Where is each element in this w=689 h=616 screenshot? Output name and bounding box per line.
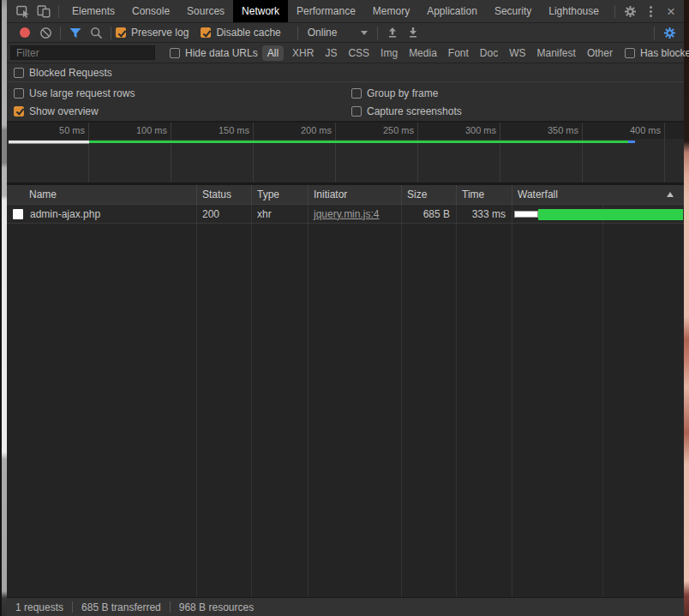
- inspect-element-button[interactable]: [13, 1, 33, 21]
- column-header-name[interactable]: Name: [7, 185, 196, 204]
- tab-memory[interactable]: Memory: [364, 0, 418, 22]
- tick-label: 150 ms: [191, 125, 249, 135]
- filter-input[interactable]: [10, 45, 155, 60]
- column-header-status[interactable]: Status: [196, 185, 251, 204]
- type-filter-img[interactable]: Img: [380, 47, 398, 59]
- type-filter-doc[interactable]: Doc: [480, 47, 498, 59]
- type-filter-manifest[interactable]: Manifest: [537, 47, 576, 59]
- group-by-frame-toggle[interactable]: Group by frame: [351, 87, 438, 99]
- export-har-button[interactable]: [403, 22, 423, 43]
- preserve-log-label: Preserve log: [131, 27, 189, 39]
- blocked-requests-toggle[interactable]: Blocked Requests: [14, 67, 112, 79]
- column-separator[interactable]: [456, 185, 457, 597]
- request-name: admin-ajax.php: [30, 208, 100, 220]
- tab-lighthouse[interactable]: Lighthouse: [540, 0, 608, 22]
- has-blocked-cookies-checkbox: [625, 48, 635, 58]
- tab-performance[interactable]: Performance: [288, 0, 364, 22]
- table-empty-area: [7, 224, 684, 597]
- hide-data-urls-checkbox: [170, 48, 180, 58]
- gridline: [664, 123, 665, 182]
- type-filter-js[interactable]: JS: [325, 47, 337, 59]
- tab-security[interactable]: Security: [486, 0, 540, 22]
- column-separator[interactable]: [251, 185, 252, 597]
- sort-ascending-icon: [667, 192, 674, 197]
- column-header-waterfall[interactable]: Waterfall: [512, 185, 684, 204]
- preserve-log-checkbox: [116, 27, 126, 38]
- column-header-type[interactable]: Type: [251, 185, 308, 204]
- file-icon: [13, 209, 23, 219]
- column-separator[interactable]: [401, 185, 402, 597]
- requests-count: 1 requests: [15, 601, 63, 613]
- toggle-device-toolbar-button[interactable]: [33, 1, 54, 21]
- gridline: [417, 123, 418, 182]
- overview-load-marker: [628, 141, 635, 143]
- throttling-select[interactable]: Online: [308, 27, 368, 39]
- filter-funnel-icon: [69, 27, 81, 39]
- column-separator[interactable]: [308, 185, 309, 597]
- page-scrollbar-strip[interactable]: [0, 0, 7, 616]
- options-row-1: Use large request rows Group by frame: [7, 84, 684, 102]
- column-header-initiator[interactable]: Initiator: [308, 185, 401, 204]
- requests-table: Name Status Type Initiator Size Time Wat…: [7, 185, 684, 597]
- divider: [170, 601, 171, 613]
- network-filterbar: Hide data URLs All XHR JS CSS Img Media …: [7, 43, 684, 63]
- hide-data-urls-toggle[interactable]: Hide data URLs: [170, 47, 258, 59]
- type-filter-xhr[interactable]: XHR: [292, 47, 314, 59]
- clear-network-log-button[interactable]: [35, 22, 56, 43]
- capture-screenshots-toggle[interactable]: Capture screenshots: [351, 105, 462, 117]
- overview-download-bar: [89, 141, 628, 143]
- type-filter-ws[interactable]: WS: [509, 47, 525, 59]
- request-time-cell: 333 ms: [456, 208, 512, 220]
- type-filter-css[interactable]: CSS: [348, 47, 369, 59]
- gridline: [500, 123, 500, 182]
- search-button[interactable]: [86, 22, 106, 43]
- column-separator[interactable]: [512, 185, 512, 597]
- preserve-log-toggle[interactable]: Preserve log: [116, 27, 189, 39]
- capture-screenshots-checkbox: [351, 106, 362, 117]
- tick-label: 350 ms: [520, 125, 578, 135]
- devtools-settings-button[interactable]: [620, 1, 640, 21]
- request-type-filters: All XHR JS CSS Img Media Font Doc WS Man…: [265, 45, 613, 61]
- tab-sources[interactable]: Sources: [178, 0, 233, 22]
- close-icon: ×: [667, 4, 675, 19]
- show-overview-toggle[interactable]: Show overview: [14, 105, 99, 117]
- network-statusbar: 1 requests 685 B transferred 968 B resou…: [7, 597, 684, 616]
- request-row[interactable]: admin-ajax.php 200 xhr jquery.min.js:4 6…: [7, 205, 684, 224]
- tab-application[interactable]: Application: [418, 0, 486, 22]
- network-settings-button[interactable]: [659, 22, 680, 43]
- type-filter-all[interactable]: All: [262, 45, 284, 61]
- column-header-size[interactable]: Size: [401, 185, 456, 204]
- search-icon: [90, 27, 103, 39]
- filter-toggle-button[interactable]: [65, 22, 86, 43]
- capture-screenshots-label: Capture screenshots: [367, 105, 462, 117]
- request-waterfall-cell: [512, 205, 684, 224]
- gridline: [171, 123, 171, 182]
- initiator-link[interactable]: jquery.min.js:4: [314, 208, 379, 220]
- divider: [297, 27, 298, 39]
- gridline: [88, 123, 89, 182]
- tab-network[interactable]: Network: [233, 0, 288, 22]
- type-filter-media[interactable]: Media: [409, 47, 437, 59]
- hide-data-urls-label: Hide data URLs: [185, 47, 258, 59]
- tab-elements[interactable]: Elements: [63, 0, 123, 22]
- import-har-button[interactable]: [382, 22, 403, 43]
- divider: [111, 27, 111, 39]
- type-filter-font[interactable]: Font: [448, 47, 469, 59]
- blocked-requests-row: Blocked Requests: [7, 63, 684, 82]
- clear-icon: [39, 27, 52, 39]
- device-toolbar-icon: [37, 4, 51, 18]
- column-separator[interactable]: [196, 185, 197, 597]
- type-filter-other[interactable]: Other: [587, 47, 613, 59]
- disable-cache-checkbox: [201, 27, 211, 38]
- disable-cache-toggle[interactable]: Disable cache: [201, 27, 280, 39]
- record-network-log-button[interactable]: [15, 22, 35, 43]
- more-options-button[interactable]: [640, 1, 661, 21]
- close-devtools-button[interactable]: ×: [661, 1, 681, 21]
- network-toolbar: Preserve log Disable cache Online: [7, 23, 684, 43]
- network-overview-timeline[interactable]: 50 ms 100 ms 150 ms 200 ms 250 ms 300 ms…: [7, 122, 684, 185]
- use-large-rows-toggle[interactable]: Use large request rows: [14, 87, 135, 99]
- has-blocked-cookies-toggle[interactable]: Has blocked cookies: [625, 47, 689, 59]
- toolbar-right-controls: [650, 22, 684, 43]
- tab-console[interactable]: Console: [123, 0, 178, 22]
- column-header-time[interactable]: Time: [456, 185, 512, 204]
